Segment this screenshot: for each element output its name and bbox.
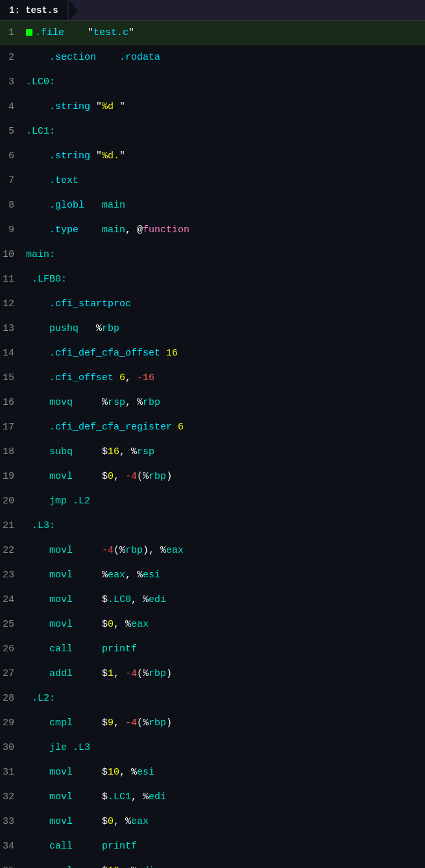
line-number: 18 xyxy=(0,440,19,464)
table-row: 5.LC1: xyxy=(0,119,425,144)
token xyxy=(84,200,102,211)
token: edi xyxy=(137,865,154,868)
token: addl xyxy=(26,668,73,679)
table-row: 25 movl $0, %eax xyxy=(0,612,425,637)
line-number: 28 xyxy=(0,687,19,710)
token: -16 xyxy=(137,372,154,383)
token xyxy=(73,471,102,482)
token: .L2 xyxy=(73,496,90,507)
table-row: 3.LC0: xyxy=(0,70,425,95)
token: $ xyxy=(102,446,108,457)
line-content: .globl main xyxy=(19,194,425,217)
token: .text xyxy=(26,175,79,186)
tab-arrow xyxy=(69,0,78,21)
line-number: 21 xyxy=(0,514,19,538)
table-row: 32 movl $.LC1, %edi xyxy=(0,785,425,810)
token: .LC1 xyxy=(108,791,131,802)
token: function xyxy=(143,224,189,235)
token: " xyxy=(96,151,102,162)
token: $ xyxy=(73,668,108,679)
table-row: 9 .type main, @function xyxy=(0,218,425,243)
token xyxy=(79,224,102,235)
token: .cfi_startproc xyxy=(26,298,131,309)
token: .L3: xyxy=(26,520,55,531)
token: subq xyxy=(26,446,73,457)
line-number: 12 xyxy=(0,293,19,316)
token: jmp xyxy=(26,496,67,507)
table-row: 16 movq %rsp, %rbp xyxy=(0,391,425,415)
token: , % xyxy=(125,570,143,581)
line-content: movl -4(%rbp), %eax xyxy=(19,539,425,562)
token: , @ xyxy=(125,224,143,235)
table-row: 1.file "test.c" xyxy=(0,21,425,45)
token: eax xyxy=(131,619,149,630)
token: 16 xyxy=(108,446,119,457)
token: 10 xyxy=(108,865,119,868)
table-row: 12 .cfi_startproc xyxy=(0,292,425,317)
table-row: 10main: xyxy=(0,243,425,267)
token: $ xyxy=(73,594,108,605)
line-number: 31 xyxy=(0,761,19,784)
token: main xyxy=(102,224,125,235)
token xyxy=(73,545,102,556)
tab-active[interactable]: 1: test.s xyxy=(0,0,67,20)
line-number: 27 xyxy=(0,662,19,686)
token: (% xyxy=(137,668,149,679)
table-row: 14 .cfi_def_cfa_offset 16 xyxy=(0,341,425,366)
token xyxy=(90,151,96,162)
line-content: .LFB0: xyxy=(19,268,425,291)
table-row: 26 call printf xyxy=(0,637,425,662)
line-content: movl $10, %esi xyxy=(19,761,425,784)
line-number: 14 xyxy=(0,342,19,365)
line-content: jle .L3 xyxy=(19,736,425,760)
line-number: 34 xyxy=(0,835,19,858)
line-number: 8 xyxy=(0,194,19,217)
token: 10 xyxy=(108,767,119,778)
token: movl xyxy=(26,545,73,556)
token: rsp xyxy=(137,446,154,457)
line-content: .file "test.c" xyxy=(19,21,425,45)
line-content: .L3: xyxy=(19,514,425,538)
table-row: 17 .cfi_def_cfa_register 6 xyxy=(0,415,425,440)
token: eax xyxy=(166,545,184,556)
token: .L3 xyxy=(73,742,90,753)
token: movl xyxy=(26,471,73,482)
line-number: 23 xyxy=(0,564,19,587)
line-number: 35 xyxy=(0,860,19,868)
token: .cfi_def_cfa_offset xyxy=(26,348,160,359)
table-row: 8 .globl main xyxy=(0,193,425,218)
token: , % xyxy=(119,767,137,778)
table-row: 11 .LFB0: xyxy=(0,267,425,292)
line-number: 29 xyxy=(0,712,19,735)
token: $ xyxy=(73,791,108,802)
token: call xyxy=(26,841,73,852)
table-row: 20 jmp .L2 xyxy=(0,489,425,514)
token: .LFB0: xyxy=(26,274,67,285)
table-row: 30 jle .L3 xyxy=(0,736,425,760)
token: eax xyxy=(108,570,125,581)
token: 6 xyxy=(119,372,125,383)
table-row: 22 movl -4(%rbp), %eax xyxy=(0,538,425,563)
token: % xyxy=(96,323,102,334)
token: 9 xyxy=(108,717,114,729)
token: movl xyxy=(26,816,73,827)
token: -4 xyxy=(125,717,137,729)
line-content: .cfi_def_cfa_offset 16 xyxy=(19,342,425,365)
token: .section xyxy=(26,52,96,63)
token: " xyxy=(96,101,102,112)
token: $ xyxy=(73,619,108,630)
line-content: .section .rodata xyxy=(19,46,425,69)
token xyxy=(67,742,73,753)
line-content: call printf xyxy=(19,835,425,858)
token: -4 xyxy=(125,668,137,679)
line-content: movl $0, %eax xyxy=(19,810,425,834)
table-row: 4 .string "%d " xyxy=(0,95,425,119)
token: 0 xyxy=(108,471,114,482)
token: .cfi_offset xyxy=(26,372,114,383)
line-content: movl $.LC1, %edi xyxy=(19,786,425,809)
line-number: 4 xyxy=(0,95,19,119)
token: main: xyxy=(26,249,55,260)
line-number: 22 xyxy=(0,539,19,562)
line-number: 1 xyxy=(0,21,19,45)
line-number: 24 xyxy=(0,588,19,612)
